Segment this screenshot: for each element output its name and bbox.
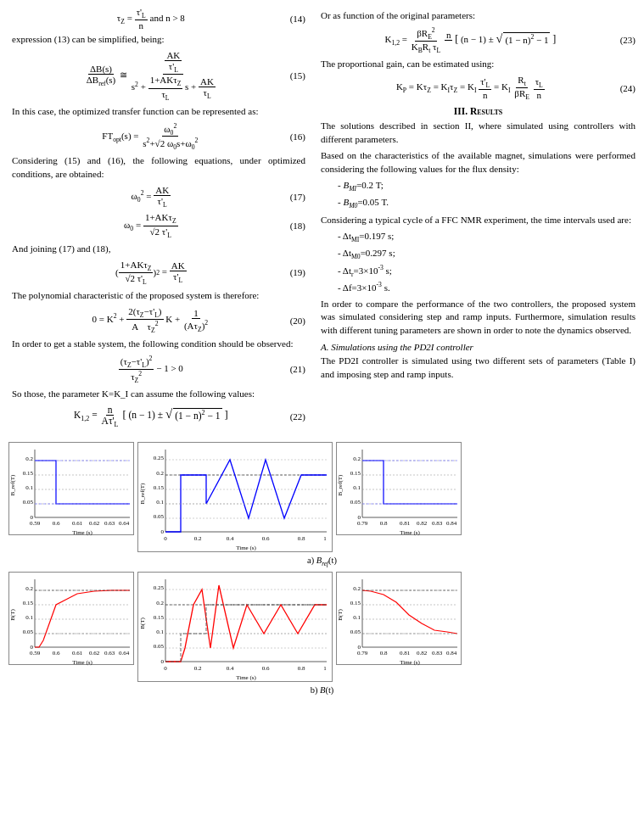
svg-text:0: 0 (161, 658, 165, 665)
svg-text:0.1: 0.1 (156, 499, 164, 506)
eq21-content: (τZ−τ'L)2 τZ2 − 1 > 0 (119, 363, 183, 373)
svg-text:0.79: 0.79 (357, 520, 368, 527)
svg-text:0: 0 (164, 535, 167, 542)
svg-text:0.05: 0.05 (350, 629, 361, 635)
equation-15: ΔB(s) ΔBref(s) ≅ AKτ'L s2 + 1+AKτZτL s +… (12, 50, 305, 102)
svg-text:0.4: 0.4 (227, 665, 234, 672)
text-ft-intro: In this case, the optimized transfer fun… (12, 105, 305, 119)
svg-text:Time (s): Time (s) (236, 545, 256, 551)
svg-text:0.25: 0.25 (154, 584, 165, 591)
eq20-number: (20) (290, 316, 305, 326)
equation-14: τZ = τ'Ln and n > 8 (14) (12, 7, 305, 31)
eq23-content: K1,2 = βRE2 KBRt τL n [ (n − 1) ± √ (1 −… (384, 34, 556, 44)
chart-bref-left: 0 0.05 0.1 0.15 0.2 0.59 0.6 0.61 0.62 0… (8, 442, 134, 535)
chart-b-right: 0 0.05 0.1 0.15 0.2 0.79 0.8 0.81 0.82 0… (336, 572, 462, 665)
chart-row-1: 0 0.05 0.1 0.15 0.2 0.59 0.6 0.61 0.62 0… (8, 442, 636, 552)
svg-text:0.2: 0.2 (25, 585, 33, 592)
svg-text:0.63: 0.63 (104, 650, 115, 657)
subsec-pd2i: A. Simulations using the PD2I controller (321, 342, 636, 352)
svg-text:0.05: 0.05 (23, 629, 34, 635)
svg-text:0.15: 0.15 (154, 484, 165, 491)
equation-19: ( 1+AKτZ √2 τ'L ) 2 = AK τ'L (19) (12, 260, 305, 286)
equation-21: (τZ−τ'L)2 τZ2 − 1 > 0 (21) (12, 355, 305, 384)
svg-text:0.84: 0.84 (446, 520, 457, 527)
equation-20: 0 = K2 + 2(τZ−τ'L) A τZ2 K + 1 (AτZ)2 (2… (12, 306, 305, 334)
svg-text:0: 0 (161, 528, 165, 535)
svg-text:0.61: 0.61 (72, 650, 83, 657)
chart-row1-label: a) Bref(t) (8, 556, 636, 567)
text-based: Based on the characteristics of the avai… (321, 149, 636, 176)
svg-text:B(T): B(T) (139, 617, 146, 629)
svg-text:0.2: 0.2 (194, 665, 202, 672)
equation-16: FTopt(s) = ω02 s2+√2 ω0s+ω02 (16) (12, 122, 305, 152)
section-results: III. Results (321, 106, 636, 116)
text-considering: Considering (15) and (16), the following… (12, 154, 305, 182)
eq24-number: (24) (620, 83, 636, 93)
svg-text:0.1: 0.1 (156, 629, 164, 635)
text-poly: The polynomial characteristic of the pro… (12, 289, 305, 303)
svg-text:0.8: 0.8 (298, 665, 305, 672)
eq18-number: (18) (290, 221, 305, 231)
svg-text:0.2: 0.2 (353, 585, 361, 592)
svg-text:Time (s): Time (s) (400, 529, 420, 536)
equation-23: K1,2 = βRE2 KBRt τL n [ (n − 1) ± √ (1 −… (321, 26, 636, 54)
text-solutions: The solutions described in section II, w… (321, 120, 636, 147)
chart-bref-center-svg: 0 0.05 0.1 0.15 0.2 0.25 0 0.2 0.4 0.6 0… (138, 443, 333, 553)
svg-text:0.15: 0.15 (23, 600, 34, 606)
svg-text:0.8: 0.8 (380, 650, 388, 657)
svg-text:B_ref(T): B_ref(T) (9, 474, 16, 496)
eq15-number: (15) (290, 70, 305, 81)
eq14-content: τZ = τ'Ln and n > 8 (117, 13, 185, 23)
eq22-content: K1,2 = n Aτ'L [ (n − 1) ± √ (1 − n)2 − 1… (74, 410, 228, 420)
eq14-number: (14) (290, 14, 305, 24)
svg-text:0.2: 0.2 (353, 455, 361, 462)
chart-b-left-svg: 0 0.05 0.1 0.15 0.2 0.59 0.6 0.61 0.62 0… (9, 573, 135, 666)
svg-text:0.6: 0.6 (53, 520, 60, 527)
svg-text:Time (s): Time (s) (72, 659, 92, 666)
eq23-number: (23) (620, 35, 636, 45)
text-joining: And joining (17) and (18), (12, 243, 305, 256)
svg-text:0.82: 0.82 (417, 520, 428, 527)
eq17-number: (17) (290, 192, 305, 202)
eq24-content: KP = KτZ = KIτZ = KI τ'L n = KI Rt βRE τ… (396, 81, 545, 92)
svg-text:0.83: 0.83 (432, 650, 443, 657)
chart-bref-center: 0 0.05 0.1 0.15 0.2 0.25 0 0.2 0.4 0.6 0… (137, 442, 333, 552)
equation-17: ω02 = AK τ'L (17) (12, 185, 305, 209)
list-item-dtmi: ΔtMI=0.197 s; (338, 230, 636, 245)
svg-text:0.61: 0.61 (72, 520, 83, 527)
svg-text:0.15: 0.15 (350, 470, 361, 477)
svg-text:B_ref(T): B_ref(T) (337, 474, 344, 496)
text-k-param: So those, the parameter K=K_I can assume… (12, 388, 305, 401)
svg-text:0.1: 0.1 (353, 614, 361, 621)
svg-text:0.84: 0.84 (446, 650, 457, 657)
svg-text:Time (s): Time (s) (400, 659, 420, 666)
text-original-params: Or as function of the original parameter… (321, 9, 636, 23)
svg-text:0.2: 0.2 (194, 535, 202, 542)
list-item-bmi: BMI=0.2 T; (338, 179, 636, 194)
svg-text:0.63: 0.63 (104, 520, 115, 527)
svg-text:0.2: 0.2 (156, 600, 164, 606)
equation-24: KP = KτZ = KIτZ = KI τ'L n = KI Rt βRE τ… (321, 75, 636, 101)
main-content: τZ = τ'Ln and n > 8 (14) expression (13)… (0, 0, 644, 439)
eq19-number: (19) (290, 267, 305, 277)
svg-text:0.79: 0.79 (357, 650, 368, 657)
svg-text:0.62: 0.62 (89, 520, 100, 527)
svg-text:0.62: 0.62 (89, 650, 100, 657)
equation-22: K1,2 = n Aτ'L [ (n − 1) ± √ (1 − n)2 − 1… (12, 405, 305, 428)
chart-b-center-svg: 0 0.05 0.1 0.15 0.2 0.25 0 0.2 0.4 0.6 0… (138, 573, 333, 683)
svg-text:Time (s): Time (s) (72, 529, 92, 536)
chart-b-left: 0 0.05 0.1 0.15 0.2 0.59 0.6 0.61 0.62 0… (8, 572, 134, 665)
svg-text:0.64: 0.64 (119, 520, 130, 527)
svg-text:0.83: 0.83 (432, 520, 443, 527)
svg-text:0.05: 0.05 (154, 513, 165, 520)
svg-text:0: 0 (164, 665, 167, 672)
eq18-content: ω0 = 1+AKτZ √2 τ'L (124, 220, 178, 230)
text-simplify: expression (13) can be simplified, being… (12, 33, 305, 47)
text-stable: In order to get a stable system, the fol… (12, 338, 305, 351)
equation-18: ω0 = 1+AKτZ √2 τ'L (18) (12, 212, 305, 238)
svg-text:0.59: 0.59 (30, 650, 41, 657)
svg-text:B(T): B(T) (337, 609, 344, 621)
text-prop-gain: The proportional gain, can be estimated … (321, 58, 636, 71)
svg-text:0.1: 0.1 (25, 484, 33, 491)
right-column: Or as function of the original parameter… (314, 7, 644, 432)
